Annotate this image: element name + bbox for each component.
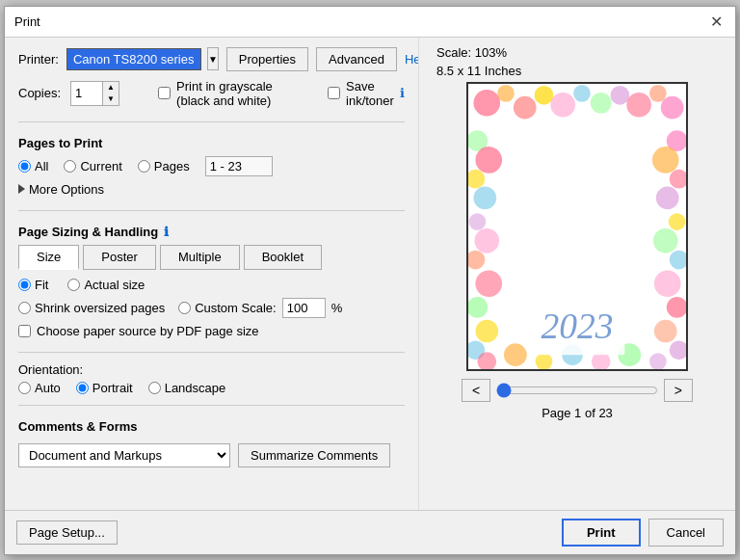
preview-container: 2023 xyxy=(466,82,688,371)
svg-point-35 xyxy=(504,343,527,366)
divider-4 xyxy=(18,405,405,406)
svg-point-21 xyxy=(475,319,498,342)
printer-select[interactable]: Canon TS8200 series xyxy=(66,48,201,70)
shrink-option[interactable]: Shrink oversized pages xyxy=(18,301,165,315)
page-size-label: 8.5 x 11 Inches xyxy=(436,64,521,78)
comments-select-wrap: Document and Markups Summarize Comments xyxy=(18,443,405,467)
fit-radio[interactable] xyxy=(18,279,31,291)
divider-3 xyxy=(18,352,405,353)
save-ink-info-icon[interactable]: ℹ xyxy=(400,86,405,100)
cancel-button[interactable]: Cancel xyxy=(648,519,724,547)
page-sizing-info-icon[interactable]: ℹ xyxy=(164,225,169,239)
svg-point-24 xyxy=(652,147,679,173)
orientation-radio-row: Auto Portrait Landscape xyxy=(18,381,405,395)
printer-row: Printer: Canon TS8200 series ▼ Propertie… xyxy=(18,47,405,71)
grayscale-label: Print in grayscale (black and white) xyxy=(176,79,308,108)
svg-point-17 xyxy=(474,227,499,253)
custom-scale-unit: % xyxy=(331,301,343,315)
sizing-tab-poster[interactable]: Poster xyxy=(83,245,156,270)
svg-point-30 xyxy=(654,270,681,297)
fit-option[interactable]: Fit xyxy=(18,278,48,292)
help-link[interactable]: Help ? xyxy=(405,52,419,67)
pages-range-input[interactable] xyxy=(205,156,273,176)
actual-size-radio[interactable] xyxy=(67,279,80,291)
print-button[interactable]: Print xyxy=(562,519,641,547)
save-ink-wrap: Save ink/toner ℹ xyxy=(328,79,405,108)
printer-dropdown-arrow[interactable]: ▼ xyxy=(207,47,219,70)
copies-spin-up[interactable]: ▲ xyxy=(103,82,119,93)
svg-point-15 xyxy=(473,186,496,209)
page-slider[interactable] xyxy=(496,383,658,398)
svg-point-4 xyxy=(535,85,554,104)
shrink-label: Shrink oversized pages xyxy=(35,301,165,315)
page-indicator: Page 1 of 23 xyxy=(542,406,613,420)
advanced-button[interactable]: Advanced xyxy=(316,47,397,71)
preview-image: 2023 xyxy=(468,84,686,369)
orientation-portrait-option[interactable]: Portrait xyxy=(76,381,133,395)
custom-scale-wrap: Custom Scale: % xyxy=(178,298,342,318)
dialog-title: Print xyxy=(14,14,40,29)
navigation-row: < > xyxy=(462,379,693,402)
orientation-auto-label: Auto xyxy=(35,381,61,395)
sizing-tab-multiple[interactable]: Multiple xyxy=(160,245,240,270)
orientation-portrait-radio[interactable] xyxy=(76,382,89,394)
fit-row: Fit Actual size xyxy=(18,278,405,292)
print-dialog: Print ✕ Printer: Canon TS8200 series ▼ P… xyxy=(4,6,736,555)
grayscale-checkbox[interactable] xyxy=(158,87,171,99)
orientation-portrait-label: Portrait xyxy=(92,381,133,395)
summarize-comments-button[interactable]: Summarize Comments xyxy=(238,443,390,467)
properties-button[interactable]: Properties xyxy=(226,47,308,71)
copies-input-wrap: ▲ ▼ xyxy=(70,81,119,106)
copies-row: Copies: ▲ ▼ Print in grayscale (black an… xyxy=(18,79,405,108)
svg-point-5 xyxy=(550,92,575,117)
orientation-landscape-radio[interactable] xyxy=(148,382,161,394)
save-ink-checkbox[interactable] xyxy=(328,87,340,99)
svg-point-11 xyxy=(661,95,684,119)
pdf-source-label: Choose paper source by PDF page size xyxy=(37,324,259,338)
close-button[interactable]: ✕ xyxy=(706,12,726,31)
pages-pages-option[interactable]: Pages xyxy=(138,159,190,173)
pages-pages-radio[interactable] xyxy=(138,160,150,173)
pages-all-radio[interactable] xyxy=(18,160,31,173)
slider-wrap xyxy=(490,381,664,400)
orientation-landscape-option[interactable]: Landscape xyxy=(148,381,226,395)
pages-current-option[interactable]: Current xyxy=(64,159,121,173)
svg-point-9 xyxy=(626,92,651,117)
custom-scale-option[interactable]: Custom Scale: xyxy=(178,301,277,315)
custom-scale-radio[interactable] xyxy=(178,302,191,314)
pdf-source-checkbox[interactable] xyxy=(18,325,31,337)
orientation-landscape-label: Landscape xyxy=(165,381,226,395)
custom-scale-label: Custom Scale: xyxy=(195,301,277,315)
custom-scale-input[interactable] xyxy=(282,298,326,318)
title-bar: Print ✕ xyxy=(5,7,735,38)
page-sizing-header: Page Sizing & Handling ℹ xyxy=(18,225,405,239)
sizing-tab-size[interactable]: Size xyxy=(18,245,79,270)
orientation-auto-radio[interactable] xyxy=(18,382,31,394)
bottom-right: Print Cancel xyxy=(562,519,724,547)
orientation-auto-option[interactable]: Auto xyxy=(18,381,61,395)
left-panel: Printer: Canon TS8200 series ▼ Propertie… xyxy=(5,38,419,510)
copies-spin-down[interactable]: ▼ xyxy=(103,93,119,105)
actual-size-option[interactable]: Actual size xyxy=(67,278,145,292)
pages-current-label: Current xyxy=(80,159,121,173)
pages-all-option[interactable]: All xyxy=(18,159,48,173)
more-options[interactable]: More Options xyxy=(18,182,405,197)
svg-point-26 xyxy=(656,186,679,209)
svg-point-19 xyxy=(475,270,502,297)
sizing-tabs: Size Poster Multiple Booklet xyxy=(18,245,405,270)
save-ink-label: Save ink/toner xyxy=(346,79,394,108)
prev-page-button[interactable]: < xyxy=(462,379,490,402)
page-setup-button[interactable]: Page Setup... xyxy=(16,520,118,545)
copies-input[interactable] xyxy=(71,84,102,102)
shrink-radio[interactable] xyxy=(18,302,31,314)
sizing-tab-booklet[interactable]: Booklet xyxy=(244,245,322,270)
svg-point-28 xyxy=(653,227,678,253)
comments-select[interactable]: Document and Markups xyxy=(18,443,230,467)
svg-point-3 xyxy=(514,95,537,119)
svg-point-16 xyxy=(469,213,487,230)
page-sizing-title: Page Sizing & Handling xyxy=(18,225,158,239)
more-options-label: More Options xyxy=(29,182,104,197)
divider-1 xyxy=(18,121,405,122)
pages-current-radio[interactable] xyxy=(64,160,76,173)
next-page-button[interactable]: > xyxy=(664,379,693,402)
